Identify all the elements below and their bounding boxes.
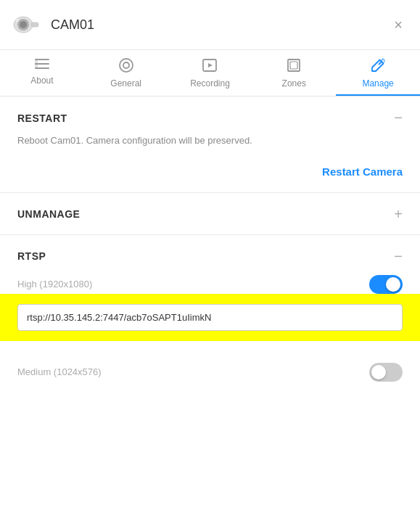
rtsp-section-header[interactable]: RTSP −: [17, 248, 403, 265]
unmanage-expand-icon: +: [394, 206, 403, 223]
rtsp-medium-slider: [369, 363, 403, 382]
rtsp-medium-row: Medium (1024x576): [0, 353, 420, 382]
restart-title: RESTART: [17, 112, 67, 124]
camera-title: CAM01: [51, 17, 388, 33]
content-area: RESTART − Reboot Cam01. Camera configura…: [0, 97, 420, 382]
rtsp-medium-toggle[interactable]: [369, 363, 403, 382]
tab-about[interactable]: About: [0, 50, 84, 96]
rtsp-high-knob: [386, 277, 400, 292]
about-icon: [34, 57, 50, 73]
rtsp-high-slider: [369, 275, 403, 294]
svg-point-4: [16, 19, 19, 22]
recording-icon: [202, 57, 218, 75]
rtsp-collapse-icon: −: [394, 248, 403, 265]
manage-icon: [370, 57, 386, 75]
unmanage-section-header[interactable]: UNMANAGE +: [17, 206, 403, 223]
svg-rect-3: [31, 22, 38, 27]
header: CAM01 ×: [0, 0, 420, 50]
tabs-bar: About General Recording Zones: [0, 50, 420, 97]
restart-section: RESTART − Reboot Cam01. Camera configura…: [0, 97, 420, 193]
tab-recording[interactable]: Recording: [168, 50, 252, 96]
general-icon: [118, 57, 134, 75]
svg-point-9: [120, 59, 133, 72]
restart-camera-button[interactable]: Restart Camera: [322, 163, 403, 181]
restart-section-header[interactable]: RESTART −: [17, 110, 403, 126]
unmanage-section: UNMANAGE +: [0, 193, 420, 235]
svg-line-15: [379, 62, 382, 65]
rtsp-high-toggle[interactable]: [369, 275, 403, 294]
rtsp-title: RTSP: [17, 250, 46, 262]
tab-zones-label: Zones: [282, 78, 306, 89]
unmanage-title: UNMANAGE: [17, 208, 80, 220]
camera-icon: [12, 9, 44, 41]
tab-general-label: General: [110, 78, 141, 89]
rtsp-medium-label: Medium (1024x576): [17, 366, 102, 377]
restart-description: Reboot Cam01. Camera configuration will …: [17, 134, 403, 148]
svg-rect-8: [35, 59, 38, 69]
zones-icon: [286, 57, 302, 75]
restart-collapse-icon: −: [394, 110, 403, 126]
svg-point-10: [123, 62, 129, 68]
tab-manage[interactable]: Manage: [336, 50, 420, 96]
svg-point-2: [20, 21, 27, 28]
rtsp-section: RTSP − High (1920x1080): [0, 235, 420, 353]
close-button[interactable]: ×: [388, 14, 408, 36]
tab-zones[interactable]: Zones: [252, 50, 336, 96]
rtsp-high-row: High (1920x1080): [17, 275, 403, 294]
rtsp-high-label: High (1920x1080): [17, 279, 92, 290]
rtsp-url-input[interactable]: [17, 304, 403, 331]
tab-manage-label: Manage: [362, 78, 393, 89]
svg-rect-14: [290, 62, 297, 69]
tab-about-label: About: [30, 75, 53, 86]
tab-recording-label: Recording: [190, 78, 230, 89]
rtsp-url-highlight: [0, 294, 420, 341]
tab-general[interactable]: General: [84, 50, 168, 96]
svg-marker-12: [208, 63, 213, 67]
rtsp-medium-knob: [371, 365, 386, 379]
